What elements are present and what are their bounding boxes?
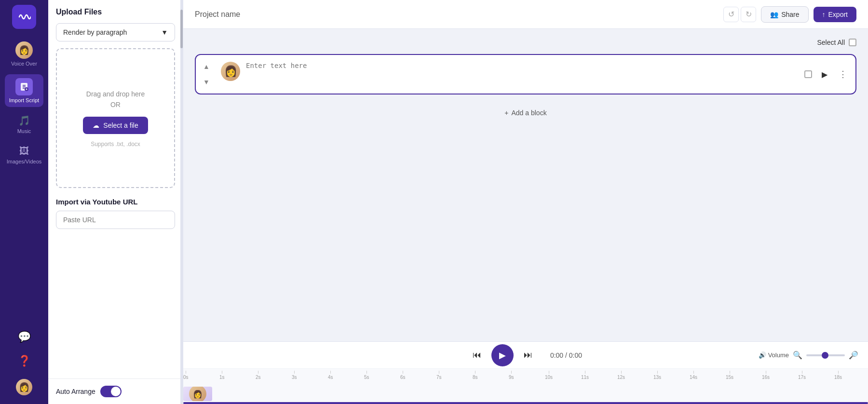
share-button[interactable]: 👥 Share	[761, 6, 808, 23]
ruler-mark: 13s	[653, 371, 661, 380]
upload-dropzone[interactable]: Drag and drop hereOR ☁ Select a file Sup…	[56, 48, 175, 188]
timeline-ruler: 0s 1s 2s 3s 4s 5s 6s 7s 8s 9s 10s 11s 12…	[183, 369, 868, 404]
play-pause-button[interactable]: ▶	[491, 344, 514, 366]
sidebar-item-label: Import Script	[9, 97, 39, 103]
ruler-mark: 18s	[834, 371, 842, 380]
upload-icon: ☁	[93, 121, 99, 129]
ruler-marks: 0s 1s 2s 3s 4s 5s 6s 7s 8s 9s 10s 11s 12…	[183, 369, 868, 382]
volume-label: 🔊 Volume	[759, 351, 789, 359]
zoom-in-icon[interactable]: 🔎	[849, 350, 858, 360]
plus-icon: +	[504, 109, 508, 117]
auto-arrange-toggle[interactable]	[100, 386, 122, 397]
ruler-mark: 6s	[400, 371, 406, 380]
ruler-mark: 17s	[798, 371, 806, 380]
time-separator: /	[565, 351, 569, 359]
block-move-up-button[interactable]: ▲	[200, 60, 213, 73]
add-block-label: Add a block	[512, 109, 547, 117]
ruler-mark: 11s	[581, 371, 589, 380]
volume-slider-thumb	[822, 352, 828, 359]
sidebar-item-chat[interactable]: 💬	[5, 327, 43, 347]
auto-arrange-label: Auto Arrange	[56, 388, 95, 395]
export-button[interactable]: ↑ Export	[814, 7, 856, 22]
sidebar-item-voice-over[interactable]: 👩 Voice Over	[5, 38, 43, 70]
select-all-checkbox[interactable]	[849, 39, 856, 46]
skip-forward-button[interactable]: ⏭	[520, 348, 536, 363]
sidebar-item-label: Voice Over	[11, 61, 37, 67]
block-speaker-avatar[interactable]: 👩	[221, 62, 240, 81]
voice-over-avatar: 👩	[15, 41, 33, 59]
ruler-mark: 14s	[690, 371, 697, 380]
timeline-track: 👩	[183, 387, 868, 401]
upload-title: Upload Files	[56, 8, 175, 16]
timeline-controls: ⏮ ▶ ⏭ 0:00 / 0:00 🔊 Volume 🔍 🔎	[183, 342, 868, 369]
export-icon: ↑	[822, 11, 826, 18]
sidebar-item-import-script[interactable]: Import Script	[5, 74, 43, 107]
content-area: Select All ▲ ▼ 👩 ▶ ⋮	[183, 29, 868, 341]
volume-text: Volume	[768, 351, 789, 359]
left-panel: Upload Files Render by paragraph ▼ Drag …	[48, 0, 183, 404]
timeline-progress-bar	[183, 402, 868, 404]
sidebar-item-profile[interactable]: 👩	[5, 375, 43, 399]
sidebar-item-images-videos[interactable]: 🖼 Images/Videos	[5, 142, 43, 168]
current-time: 0:00	[550, 351, 563, 359]
share-icon: 👥	[770, 11, 778, 18]
panel-scrollbar-thumb	[180, 10, 183, 48]
select-file-label: Select a file	[103, 121, 138, 129]
ruler-mark: 9s	[509, 371, 514, 380]
ruler-mark: 1s	[219, 371, 225, 380]
total-time: 0:00	[569, 351, 582, 359]
header: Project name ↺ ↻ 👥 Share ↑ Export	[183, 0, 868, 29]
ruler-mark: 12s	[617, 371, 625, 380]
select-file-button[interactable]: ☁ Select a file	[83, 117, 148, 134]
music-icon: 🎵	[18, 115, 30, 126]
redo-button[interactable]: ↻	[741, 7, 756, 22]
ruler-mark: 7s	[436, 371, 442, 380]
toggle-knob	[111, 387, 121, 396]
help-icon: ❓	[18, 355, 31, 367]
render-mode-dropdown[interactable]: Render by paragraph ▼	[56, 23, 175, 41]
export-label: Export	[828, 11, 848, 18]
select-all-row: Select All	[195, 39, 856, 46]
time-display: 0:00 / 0:00	[550, 351, 582, 359]
block-play-button[interactable]: ▶	[817, 67, 832, 82]
panel-scrollbar[interactable]	[180, 0, 183, 404]
project-name[interactable]: Project name	[195, 10, 240, 19]
sidebar-item-music[interactable]: 🎵 Music	[5, 111, 43, 138]
volume-slider[interactable]	[806, 354, 845, 356]
block-arrows: ▲ ▼	[196, 55, 217, 94]
select-all-label: Select All	[817, 39, 845, 46]
block-avatar-area: 👩	[217, 55, 244, 94]
block-more-button[interactable]: ⋮	[837, 68, 849, 80]
sidebar-item-label: Images/Videos	[7, 159, 42, 164]
ruler-mark: 3s	[292, 371, 297, 380]
undo-button[interactable]: ↺	[723, 7, 739, 22]
app-logo[interactable]	[12, 5, 36, 29]
supports-text: Supports .txt, .docx	[91, 141, 140, 148]
block-move-down-button[interactable]: ▼	[200, 75, 213, 89]
images-videos-icon: 🖼	[19, 146, 29, 157]
dropzone-text: Drag and drop hereOR	[86, 89, 145, 110]
volume-section: 🔊 Volume 🔍 🔎	[759, 350, 858, 360]
ruler-mark: 16s	[762, 371, 770, 380]
script-block: ▲ ▼ 👩 ▶ ⋮	[195, 54, 856, 94]
ruler-mark: 0s	[183, 371, 189, 380]
share-label: Share	[781, 11, 799, 18]
transport-buttons: ⏮ ▶ ⏭ 0:00 / 0:00	[469, 344, 582, 366]
import-url-section: Import via Youtube URL	[56, 198, 175, 229]
ruler-mark: 15s	[726, 371, 733, 380]
zoom-out-icon[interactable]: 🔍	[793, 350, 802, 360]
volume-icon: 🔊	[759, 351, 766, 359]
add-block-row[interactable]: + Add a block	[195, 102, 856, 123]
url-input[interactable]	[56, 211, 175, 229]
user-avatar: 👩	[16, 379, 32, 395]
block-text-input[interactable]	[246, 62, 793, 81]
chat-icon: 💬	[18, 331, 31, 343]
ruler-mark: 4s	[328, 371, 333, 380]
sidebar-bottom: 💬 ❓ 👩	[5, 327, 43, 399]
timeline-clip[interactable]: 👩	[183, 387, 212, 401]
skip-back-button[interactable]: ⏮	[469, 348, 485, 363]
render-mode-value: Render by paragraph	[63, 28, 127, 36]
sidebar-item-help[interactable]: ❓	[5, 351, 43, 371]
undo-redo-group: ↺ ↻	[723, 7, 756, 22]
block-checkbox[interactable]	[804, 70, 812, 78]
